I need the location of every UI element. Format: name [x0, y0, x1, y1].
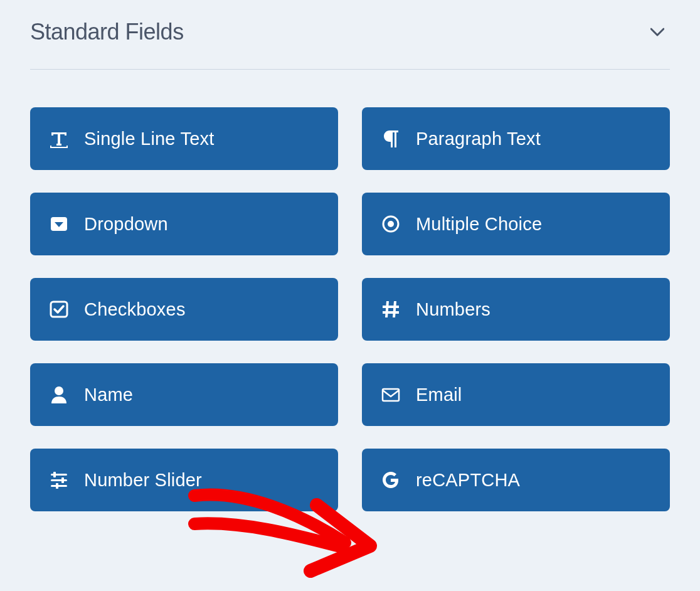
field-checkboxes[interactable]: Checkboxes [30, 278, 338, 341]
svg-point-4 [55, 386, 63, 395]
svg-rect-10 [51, 485, 67, 487]
text-icon [49, 129, 69, 149]
person-icon [49, 385, 69, 405]
svg-rect-9 [61, 477, 64, 483]
field-email[interactable]: Email [362, 363, 670, 426]
field-label: Number Slider [84, 470, 202, 491]
sliders-icon [49, 470, 69, 490]
field-label: Paragraph Text [416, 129, 541, 149]
field-single-line-text[interactable]: Single Line Text [30, 107, 338, 170]
checkbox-icon [49, 299, 69, 319]
svg-point-2 [388, 221, 394, 227]
fields-grid: Single Line Text Paragraph Text Dropdown… [30, 107, 670, 511]
field-label: Email [416, 385, 462, 405]
field-dropdown[interactable]: Dropdown [30, 193, 338, 255]
field-label: Checkboxes [84, 299, 186, 320]
field-number-slider[interactable]: Number Slider [30, 449, 338, 511]
section-header: Standard Fields [30, 13, 670, 69]
field-label: Name [84, 385, 133, 405]
field-label: Dropdown [84, 214, 168, 235]
field-name[interactable]: Name [30, 363, 338, 426]
svg-rect-8 [51, 479, 67, 481]
field-multiple-choice[interactable]: Multiple Choice [362, 193, 670, 255]
field-label: Multiple Choice [416, 214, 542, 235]
radio-icon [381, 214, 401, 234]
svg-rect-11 [56, 483, 58, 489]
svg-rect-5 [383, 389, 399, 401]
paragraph-icon [381, 129, 401, 149]
field-numbers[interactable]: Numbers [362, 278, 670, 341]
google-icon [381, 470, 401, 490]
envelope-icon [381, 385, 401, 405]
svg-rect-7 [53, 472, 56, 477]
chevron-down-icon[interactable] [645, 19, 670, 45]
section-title: Standard Fields [30, 19, 184, 45]
field-label: reCAPTCHA [416, 470, 520, 491]
field-recaptcha[interactable]: reCAPTCHA [362, 449, 670, 511]
hash-icon [381, 299, 401, 319]
field-label: Numbers [416, 299, 491, 320]
dropdown-icon [49, 214, 69, 234]
divider [30, 69, 670, 70]
field-paragraph-text[interactable]: Paragraph Text [362, 107, 670, 170]
svg-rect-6 [51, 474, 67, 476]
svg-rect-3 [51, 302, 67, 317]
field-label: Single Line Text [84, 129, 214, 149]
